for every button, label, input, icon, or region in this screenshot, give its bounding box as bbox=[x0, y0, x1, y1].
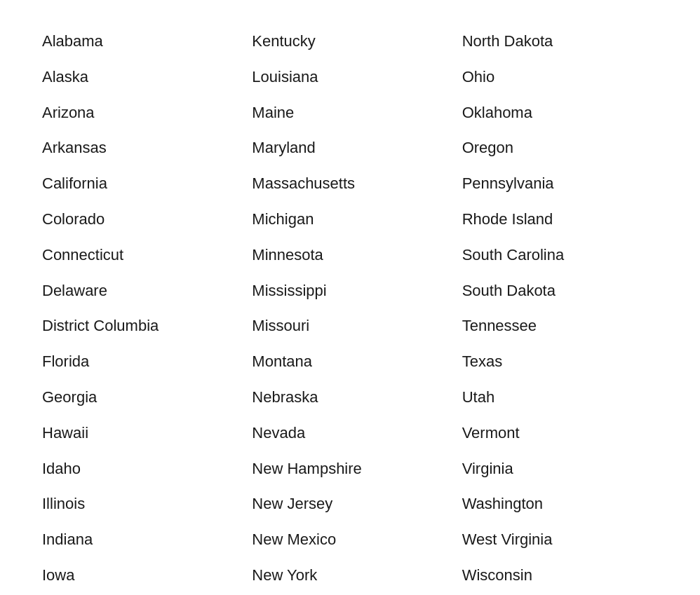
state-item: Montana bbox=[252, 348, 447, 376]
state-item: Tennessee bbox=[462, 313, 658, 340]
state-item: Iowa bbox=[42, 562, 238, 589]
state-item: Nebraska bbox=[252, 384, 447, 411]
state-item: Arkansas bbox=[42, 135, 238, 162]
state-item: Texas bbox=[462, 348, 658, 376]
state-item: Alaska bbox=[42, 64, 238, 91]
state-item: Kentucky bbox=[252, 28, 447, 55]
state-item: Louisiana bbox=[252, 64, 447, 91]
state-item: Indiana bbox=[42, 526, 238, 554]
state-item: Minnesota bbox=[252, 242, 447, 269]
state-item: Delaware bbox=[42, 278, 238, 305]
state-item: Rhode Island bbox=[462, 206, 658, 233]
state-item: Missouri bbox=[252, 313, 447, 340]
state-item: Connecticut bbox=[42, 242, 238, 269]
state-item: Vermont bbox=[462, 420, 658, 447]
state-item: Idaho bbox=[42, 456, 238, 483]
state-item: Michigan bbox=[252, 206, 447, 233]
state-item: Florida bbox=[42, 348, 238, 376]
state-item: Nevada bbox=[252, 420, 447, 447]
state-item: District Columbia bbox=[42, 313, 238, 340]
state-item: Georgia bbox=[42, 384, 238, 411]
state-item: South Dakota bbox=[462, 278, 658, 305]
state-item: Illinois bbox=[42, 491, 238, 518]
states-grid: AlabamaKentuckyNorth DakotaAlaskaLouisia… bbox=[42, 28, 658, 595]
state-item: Oregon bbox=[462, 135, 658, 162]
state-item: New York bbox=[252, 562, 447, 589]
state-item: Maine bbox=[252, 100, 447, 127]
state-item: New Jersey bbox=[252, 491, 447, 518]
state-item: California bbox=[42, 170, 238, 198]
state-item: Virginia bbox=[462, 456, 658, 483]
state-item: Mississippi bbox=[252, 278, 447, 305]
state-item: Wisconsin bbox=[462, 562, 658, 589]
state-item: Arizona bbox=[42, 100, 238, 127]
state-item: Colorado bbox=[42, 206, 238, 233]
state-item: New Mexico bbox=[252, 526, 447, 554]
state-item: West Virginia bbox=[462, 526, 658, 554]
state-item: Ohio bbox=[462, 64, 658, 91]
state-item: Maryland bbox=[252, 135, 447, 162]
state-item: Hawaii bbox=[42, 420, 238, 447]
state-item: New Hampshire bbox=[252, 456, 447, 483]
state-item: North Dakota bbox=[462, 28, 658, 55]
state-item: Pennsylvania bbox=[462, 170, 658, 198]
state-item: Alabama bbox=[42, 28, 238, 55]
state-item: Utah bbox=[462, 384, 658, 411]
state-item: Oklahoma bbox=[462, 100, 658, 127]
state-item: South Carolina bbox=[462, 242, 658, 269]
state-item: Massachusetts bbox=[252, 170, 447, 198]
state-item: Washington bbox=[462, 491, 658, 518]
